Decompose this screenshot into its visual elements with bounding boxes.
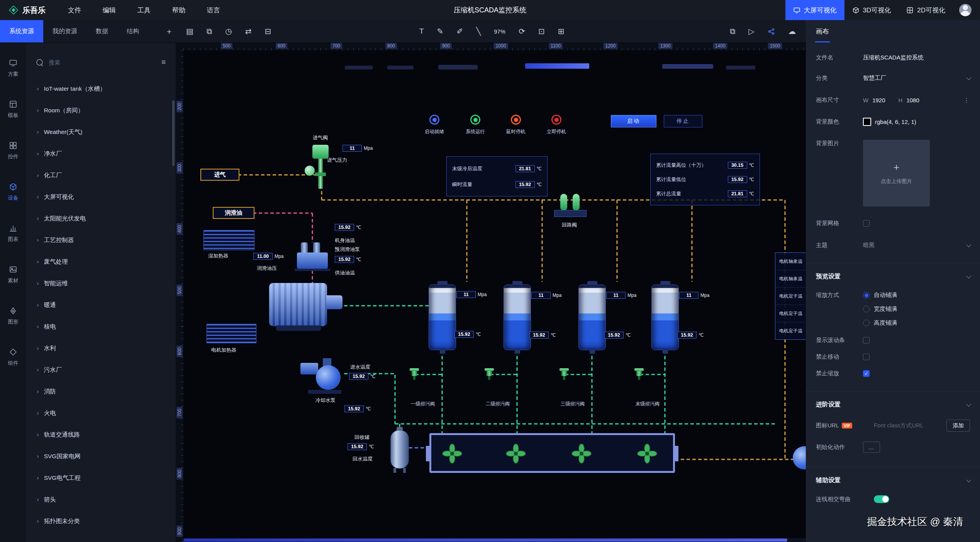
show-scrollbar-checkbox[interactable] <box>863 337 870 344</box>
radio-height-fill[interactable]: 高度铺满 <box>863 319 897 327</box>
text-tool-icon[interactable]: T <box>419 27 424 36</box>
clear-icon[interactable]: ⊟ <box>264 27 271 36</box>
tree-item-iot-water-tank[interactable]: ›IoT-water tank（水槽） <box>26 78 176 100</box>
share-icon[interactable] <box>768 28 775 35</box>
radio-auto-fill[interactable]: 自动铺满 <box>863 291 897 299</box>
drain-valve-2-graphic[interactable] <box>485 368 494 380</box>
rail-item-widgets[interactable]: 控件 <box>8 141 19 160</box>
zoom-level[interactable]: 97% <box>494 28 505 35</box>
user-avatar[interactable] <box>959 4 972 16</box>
stop-button[interactable]: 停止 <box>664 115 702 127</box>
motor-heater-graphic[interactable] <box>207 324 256 343</box>
lubricant-tag[interactable]: 润滑油 <box>213 207 254 219</box>
drain-valve-3-graphic[interactable] <box>560 368 569 380</box>
add-icon[interactable]: ＋ <box>165 26 173 37</box>
tree-item-rail-transit[interactable]: ›轨道交通线路 <box>26 424 176 445</box>
tab-my-resources[interactable]: 我的资源 <box>43 20 86 42</box>
tab-data[interactable]: 数据 <box>86 20 117 42</box>
canvas-area[interactable]: 500 600 700 800 900 1000 1100 1200 1300 … <box>176 42 806 542</box>
history-icon[interactable]: ◷ <box>225 27 232 36</box>
copy-icon[interactable]: ⧉ <box>730 27 735 36</box>
preview-icon[interactable]: ▷ <box>749 27 754 36</box>
section-preview-settings[interactable]: 预览设置 <box>806 263 980 281</box>
separator-tank-2[interactable] <box>504 285 531 350</box>
oil-unit-graphic[interactable] <box>294 242 331 271</box>
tab-system-resources[interactable]: 系统资源 <box>0 20 43 42</box>
start-button[interactable]: 启动 <box>611 115 656 127</box>
tab-structure[interactable]: 结构 <box>117 20 148 42</box>
rail-item-assets[interactable]: 素材 <box>8 265 19 284</box>
cloud-icon[interactable]: ☁ <box>788 27 796 36</box>
color-swatch[interactable] <box>863 118 871 126</box>
tree-item-bigscreen[interactable]: ›大屏可视化 <box>26 186 176 208</box>
bg-color-value[interactable]: rgba(4, 6, 12, 1) <box>875 119 916 125</box>
add-button[interactable]: 添加 <box>946 420 970 432</box>
tree-item-thermal-power[interactable]: ›火电 <box>26 402 176 424</box>
line-bend-toggle[interactable] <box>874 495 889 503</box>
icon-url-input[interactable]: Font class方式URL <box>874 422 923 429</box>
inspector-title[interactable]: 画布 <box>816 27 829 36</box>
tree-item-svg-electrical[interactable]: ›SVG电气工程 <box>26 467 176 489</box>
rail-item-components[interactable]: 组件 <box>8 348 19 367</box>
reset-zoom-icon[interactable]: ⟳ <box>519 27 525 36</box>
rail-item-shapes[interactable]: 图形 <box>8 307 19 325</box>
tree-scrollbar[interactable] <box>172 100 175 166</box>
menu-language[interactable]: 语言 <box>207 6 220 15</box>
disable-move-checkbox[interactable] <box>863 354 870 360</box>
separator-tank-3[interactable] <box>578 285 606 350</box>
action-2d-visualization[interactable]: 2D可视化 <box>899 0 953 20</box>
tree-item-room[interactable]: ›Room（房间） <box>26 100 176 121</box>
height-value[interactable]: 1080 <box>906 97 919 103</box>
fit-view-icon[interactable]: ⊡ <box>538 27 545 36</box>
theme-value[interactable]: 暗黑 <box>863 242 875 249</box>
rail-item-solutions[interactable]: 方案 <box>8 59 19 78</box>
tree-item-chemical-plant[interactable]: ›化工厂 <box>26 164 176 186</box>
tree-item-fire[interactable]: ›消防 <box>26 381 176 402</box>
disable-zoom-checkbox[interactable]: ✓ <box>863 370 870 377</box>
save-icon[interactable]: ▤ <box>186 27 193 36</box>
pen-tool-icon[interactable]: ✎ <box>437 27 444 36</box>
tree-item-process-controller[interactable]: ›工艺控制器 <box>26 229 176 251</box>
compressor-unit[interactable] <box>429 433 675 473</box>
tree-item-hvac[interactable]: ›暖通 <box>26 294 176 316</box>
list-view-icon[interactable]: ≡ <box>161 58 166 66</box>
tree-item-topology-uncategorized[interactable]: ›拓扑图未分类 <box>26 510 176 532</box>
tree-item-nuclear[interactable]: ›核电 <box>26 316 176 337</box>
canvas-hscrollbar[interactable] <box>183 538 806 542</box>
loop-valve-graphic[interactable] <box>553 194 589 219</box>
drain-valve-4-graphic[interactable] <box>634 368 644 380</box>
tree-item-arrows[interactable]: ›箭头 <box>26 489 176 510</box>
swap-icon[interactable]: ⇄ <box>245 27 252 36</box>
section-assist-settings[interactable]: 辅助设置 <box>806 467 980 484</box>
tree-item-sewage[interactable]: ›污水厂 <box>26 359 176 381</box>
tree-item-weather[interactable]: ›Weather(天气) <box>26 121 176 143</box>
action-bigscreen-visualization[interactable]: 大屏可视化 <box>785 0 844 20</box>
scada-scene[interactable]: 启动就绪 系统运行 延时停机 立即停机 启动 停止 末级冷后温度 21.81℃ … <box>183 50 806 542</box>
grid-toggle-icon[interactable]: ⊞ <box>558 27 565 36</box>
intake-tag[interactable]: 进气 <box>200 169 239 181</box>
motor-graphic[interactable] <box>269 283 343 331</box>
upload-image-button[interactable]: + 点击上传图片 <box>863 140 930 207</box>
separator-tank-1[interactable] <box>429 285 456 350</box>
search-input[interactable] <box>48 59 156 66</box>
pencil-tool-icon[interactable]: ✐ <box>456 27 463 36</box>
menu-file[interactable]: 文件 <box>68 6 81 15</box>
section-advanced-settings[interactable]: 进阶设置 <box>806 391 980 409</box>
file-name-value[interactable]: 压缩机SCADA监控系统 <box>863 54 924 61</box>
line-tool-icon[interactable]: ╲ <box>476 27 481 36</box>
rail-item-charts[interactable]: 图表 <box>8 224 19 243</box>
menu-tools[interactable]: 工具 <box>137 6 151 15</box>
more-options-icon[interactable]: ⋮ <box>963 97 970 104</box>
category-value[interactable]: 智慧工厂 <box>863 75 886 82</box>
recovery-tank-graphic[interactable] <box>390 430 409 473</box>
menu-help[interactable]: 帮助 <box>172 6 185 15</box>
scroll-thumb[interactable] <box>183 539 787 542</box>
init-action-button[interactable]: … <box>863 442 880 453</box>
rail-item-templates[interactable]: 模板 <box>8 100 19 119</box>
rail-item-devices[interactable]: 设备 <box>8 183 19 202</box>
width-value[interactable]: 1920 <box>872 97 885 103</box>
tree-item-water-plant[interactable]: ›净水厂 <box>26 143 176 164</box>
chevron-down-icon[interactable] <box>966 75 972 80</box>
drain-valve-1-graphic[interactable] <box>410 368 419 380</box>
tree-item-svg-state-grid[interactable]: ›SVG国家电网 <box>26 445 176 467</box>
